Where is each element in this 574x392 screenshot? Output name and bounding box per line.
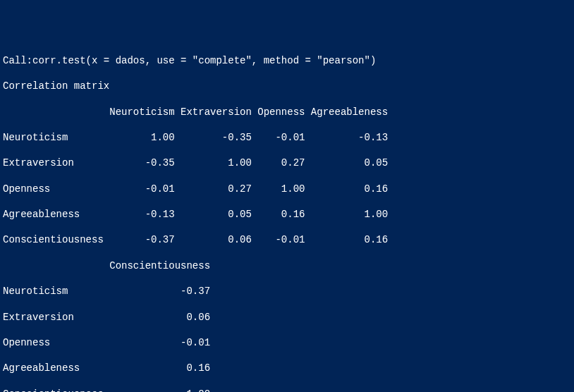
corr-header-2: Conscientiousness <box>3 259 571 272</box>
corr-row: Agreeableness -0.13 0.05 0.16 1.00 <box>3 208 571 221</box>
corr-row: Neuroticism -0.37 <box>3 285 571 298</box>
corr-row: Agreeableness 0.16 <box>3 362 571 374</box>
call-line: Call:corr.test(x = dados, use = "complet… <box>3 54 571 67</box>
corr-row: Conscientiousness 1.00 <box>3 388 571 392</box>
corr-row: Extraversion -0.35 1.00 0.27 0.05 <box>3 157 571 169</box>
corr-header-1: Neuroticism Extraversion Openness Agreea… <box>3 106 571 118</box>
corr-row: Openness -0.01 0.27 1.00 0.16 <box>3 183 571 195</box>
corr-row: Conscientiousness -0.37 0.06 -0.01 0.16 <box>3 233 571 246</box>
corr-row: Neuroticism 1.00 -0.35 -0.01 -0.13 <box>3 131 571 144</box>
corr-row: Extraversion 0.06 <box>3 311 571 324</box>
corr-matrix-title: Correlation matrix <box>3 80 571 92</box>
corr-row: Openness -0.01 <box>3 336 571 349</box>
